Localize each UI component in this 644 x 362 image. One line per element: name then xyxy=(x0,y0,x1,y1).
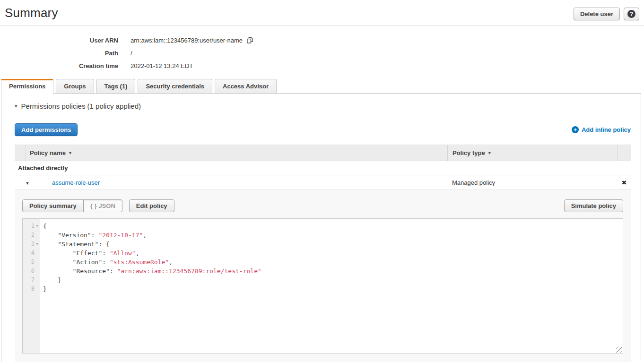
braces-icon: { } xyxy=(90,202,97,209)
expander-column-header xyxy=(15,145,26,161)
attached-directly-group-row: Attached directly xyxy=(15,161,631,175)
tab-bar: Permissions Groups Tags (1) Security cre… xyxy=(1,79,644,93)
add-inline-policy-link[interactable]: + Add inline policy xyxy=(572,126,631,133)
section-title-text: Permissions policies (1 policy applied) xyxy=(21,102,141,110)
section-divider xyxy=(15,116,631,116)
user-arn-value: arn:aws:iam::123456789:user/user-name xyxy=(131,37,243,44)
policy-row: ▾ assume-role-user Managed policy ✖ xyxy=(15,175,631,190)
policy-table-header: Policy name ▾ Policy type ▾ xyxy=(15,145,631,161)
path-value: / xyxy=(131,50,132,57)
policy-detail-toolbar: Policy summary { }JSON Edit policy Simul… xyxy=(22,199,623,212)
policy-name-link[interactable]: assume-role-user xyxy=(52,179,100,186)
actions-column-header xyxy=(618,145,631,161)
page-title: Summary xyxy=(5,6,58,20)
policy-detail-expanded: Policy summary { }JSON Edit policy Simul… xyxy=(15,190,631,362)
permissions-panel: ▾ Permissions policies (1 policy applied… xyxy=(1,93,641,362)
policy-type-column-header[interactable]: Policy type ▾ xyxy=(447,145,618,161)
detail-label: Path xyxy=(0,50,118,57)
simulate-policy-button[interactable]: Simulate policy xyxy=(564,199,623,212)
policy-json-editor[interactable]: 1▾ { 2 "Version": "2012-10-17", 3▾ "Stat… xyxy=(22,218,623,353)
code-line: 2 "Version": "2012-10-17", xyxy=(23,231,623,240)
copy-icon[interactable] xyxy=(246,36,254,44)
fold-icon[interactable]: ▾ xyxy=(35,240,40,249)
detail-row-user-arn: User ARN arn:aws:iam::123456789:user/use… xyxy=(0,34,644,47)
code-line: 4 "Effect": "Allow", xyxy=(23,249,623,258)
edit-policy-button[interactable]: Edit policy xyxy=(129,199,174,212)
detach-policy-icon[interactable]: ✖ xyxy=(622,179,627,186)
sort-caret-icon: ▾ xyxy=(69,150,71,155)
tab-permissions[interactable]: Permissions xyxy=(1,79,53,94)
add-permissions-button[interactable]: Add permissions xyxy=(15,123,78,136)
code-line: 5 "Action": "sts:AssumeRole", xyxy=(23,258,623,267)
detail-row-creation-time: Creation time 2022-01-12 13:24 EDT xyxy=(0,60,644,72)
tab-groups[interactable]: Groups xyxy=(56,79,94,93)
code-line: 1▾ { xyxy=(23,222,623,231)
json-view-button[interactable]: { }JSON xyxy=(83,199,122,212)
detail-row-path: Path / xyxy=(0,47,644,60)
tab-tags[interactable]: Tags (1) xyxy=(96,79,136,93)
collapse-caret-icon[interactable]: ▾ xyxy=(15,103,17,109)
code-line: 3▾ "Statement": { xyxy=(23,240,623,249)
row-expander-icon[interactable]: ▾ xyxy=(26,180,29,186)
code-line: 6 "Resource": "arn:aws:iam::123456789:ro… xyxy=(23,267,623,276)
code-line: 7 } xyxy=(23,276,623,284)
editor-resize-handle[interactable] xyxy=(616,346,622,353)
sort-caret-icon: ▾ xyxy=(488,150,491,155)
header-divider xyxy=(0,26,644,26)
user-details: User ARN arn:aws:iam::123456789:user/use… xyxy=(0,34,644,72)
policy-type-cell: Managed policy xyxy=(447,179,618,186)
fold-icon[interactable]: ▾ xyxy=(35,222,40,231)
help-button[interactable]: ? xyxy=(624,8,639,20)
code-line: 8 } xyxy=(23,284,623,293)
tab-security-credentials[interactable]: Security credentials xyxy=(138,79,212,93)
policy-actions-row: Add permissions + Add inline policy xyxy=(15,123,631,136)
delete-user-button[interactable]: Delete user xyxy=(574,8,620,20)
permissions-policies-section-header: ▾ Permissions policies (1 policy applied… xyxy=(15,102,631,110)
tab-access-advisor[interactable]: Access Advisor xyxy=(215,79,277,93)
header-actions: Delete user ? xyxy=(574,8,639,20)
detail-label: Creation time xyxy=(0,62,118,69)
help-icon: ? xyxy=(627,10,635,18)
detail-label: User ARN xyxy=(0,37,118,44)
page-header: Summary Delete user ? xyxy=(0,0,644,20)
creation-time-value: 2022-01-12 13:24 EDT xyxy=(131,62,193,69)
policy-table: Policy name ▾ Policy type ▾ Attached dir… xyxy=(15,145,631,362)
plus-circle-icon: + xyxy=(572,126,579,133)
policy-summary-button[interactable]: Policy summary xyxy=(22,199,84,212)
policy-name-column-header[interactable]: Policy name ▾ xyxy=(26,145,447,161)
